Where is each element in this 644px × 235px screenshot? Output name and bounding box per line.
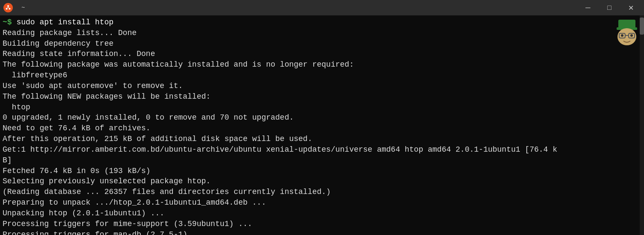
command-text: sudo apt install htop <box>16 17 113 28</box>
prompt-line: ~$ sudo apt install htop <box>3 17 641 28</box>
svg-point-3 <box>6 8 8 10</box>
prompt-user: ~$ <box>3 17 16 28</box>
output-line-11: After this operation, 215 kB of addition… <box>3 134 641 144</box>
tilde-symbol: ~ <box>21 4 25 11</box>
title-bar: ~ ─ □ ✕ <box>0 0 644 15</box>
output-line-14: Fetched 76.4 kB in 0s (193 kB/s) <box>3 166 641 176</box>
output-line-13: B] <box>3 155 641 166</box>
output-line-9: 0 upgraded, 1 newly installed, 0 to remo… <box>3 112 641 123</box>
terminal-window: ~ ─ □ ✕ ~$ sudo apt install htop Reading… <box>0 0 644 235</box>
svg-point-12 <box>621 34 623 37</box>
output-line-10: Need to get 76.4 kB of archives. <box>3 123 641 134</box>
mascot-icon <box>616 19 636 42</box>
ubuntu-icon <box>3 3 13 12</box>
terminal-body[interactable]: ~$ sudo apt install htop Reading package… <box>0 15 644 235</box>
output-line-5: libfreetype6 <box>3 70 641 81</box>
output-line-17: Preparing to unpack .../htop_2.0.1-1ubun… <box>3 197 641 208</box>
output-line-6: Use 'sudo apt autoremove' to remove it. <box>3 81 641 91</box>
output-line-18: Unpacking htop (2.0.1-1ubuntu1) ... <box>3 208 641 219</box>
svg-point-1 <box>7 5 9 7</box>
output-line-15: Selecting previously unselected package … <box>3 176 641 187</box>
output-line-1: Reading package lists... Done <box>3 28 641 38</box>
output-line-4: The following package was automatically … <box>3 59 641 70</box>
svg-rect-6 <box>618 20 635 28</box>
output-line-12: Get:1 http://mirror.amberit.com.bd/ubunt… <box>3 144 641 155</box>
output-line-16: (Reading database ... 26357 files and di… <box>3 187 641 197</box>
output-line-20: Processing triggers for man-db (2.7.5-1) <box>3 229 641 235</box>
scrollbar-thumb[interactable] <box>640 18 644 35</box>
output-line-3: Reading state information... Done <box>3 49 641 59</box>
maximize-button[interactable]: □ <box>599 1 619 14</box>
close-button[interactable]: ✕ <box>621 1 641 14</box>
output-line-2: Building dependency tree <box>3 38 641 49</box>
svg-point-2 <box>9 8 11 10</box>
output-line-7: The following NEW packages will be insta… <box>3 91 641 102</box>
title-bar-left: ~ <box>3 3 25 12</box>
scrollbar[interactable] <box>640 15 644 235</box>
svg-point-13 <box>630 34 633 37</box>
output-line-8: htop <box>3 102 641 113</box>
output-line-19: Processing triggers for mime-support (3.… <box>3 219 641 229</box>
minimize-button[interactable]: ─ <box>578 1 598 14</box>
window-controls: ─ □ ✕ <box>578 1 641 14</box>
